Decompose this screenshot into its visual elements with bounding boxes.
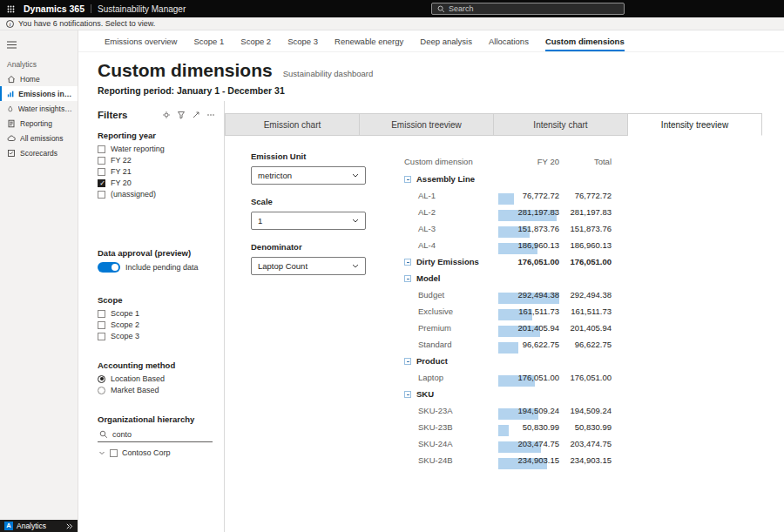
org-hierarchy-search-input[interactable]: conto (98, 428, 213, 442)
collapse-toggle-icon[interactable] (404, 358, 411, 365)
more-icon[interactable] (206, 111, 215, 119)
scale-dropdown[interactable]: 1 (251, 212, 366, 230)
page-subtitle: Sustainability dashboard (283, 69, 374, 78)
tab-emission-treeview[interactable]: Emission treeview (360, 113, 494, 136)
sidebar-item-scorecards[interactable]: Scorecards (0, 145, 78, 160)
filter-section-reporting-year: Reporting year (98, 131, 215, 140)
reporting-period: Reporting period: January 1 - December 3… (98, 85, 784, 96)
matrix-group-row[interactable]: Dirty Emissions 176,051.00 176,051.00 (404, 253, 612, 270)
tab-intensity-chart[interactable]: Intensity chart (494, 113, 628, 136)
matrix-row[interactable]: Standard 96,622.75 96,622.75 (404, 336, 612, 353)
matrix-row[interactable]: SKU-23A 194,509.24 194,509.24 (404, 402, 612, 419)
filter-icon[interactable] (177, 111, 186, 119)
toggle-on-icon[interactable] (98, 262, 120, 273)
checkbox-icon[interactable] (110, 449, 118, 457)
matrix-row[interactable]: AL-2 281,197.83 281,197.83 (404, 204, 612, 220)
checkbox-fy20[interactable]: FY 20 (98, 178, 215, 188)
sidebar-item-water-insights[interactable]: Water insights (previ... (0, 101, 78, 116)
report-controls: Emission Unit metricton Scale 1 (251, 152, 366, 532)
checkbox-icon (98, 191, 105, 199)
matrix-row[interactable]: Premium 201,405.94 201,405.94 (404, 320, 612, 336)
matrix-row[interactable]: SKU-24B 234,903.15 234,903.15 (404, 452, 612, 468)
matrix-group-row[interactable]: Model (404, 270, 612, 286)
report-tab-bar: Emission chart Emission treeview Intensi… (225, 113, 762, 136)
sidebar-item-emissions-insights[interactable]: Emissions insights (0, 86, 78, 101)
matrix-row[interactable]: AL-1 76,772.72 76,772.72 (404, 187, 612, 204)
header-custom-dimension[interactable]: Custom dimension (404, 157, 498, 166)
header-fy20[interactable]: FY 20 (498, 157, 559, 166)
radio-selected-icon (98, 375, 105, 383)
radio-icon (98, 387, 105, 394)
denominator-dropdown[interactable]: Laptop Count (251, 257, 366, 275)
sidebar-item-reporting[interactable]: Reporting (0, 116, 78, 131)
tab-scope-1[interactable]: Scope 1 (193, 30, 224, 51)
scorecard-icon (7, 149, 16, 158)
dashboard-tab-bar: Emissions overview Scope 1 Scope 2 Scope… (78, 30, 784, 52)
denominator-label: Denominator (251, 242, 366, 252)
info-icon: i (6, 20, 14, 28)
data-bar (498, 425, 509, 436)
app-name: Sustainability Manager (98, 4, 186, 14)
radio-location-based[interactable]: Location Based (98, 374, 215, 384)
collapse-toggle-icon[interactable] (404, 259, 411, 266)
sidebar-spacer (0, 160, 78, 520)
tab-scope-2[interactable]: Scope 2 (240, 30, 271, 51)
matrix-row[interactable]: Budget 292,494.38 292,494.38 (404, 286, 612, 303)
checkbox-scope-2[interactable]: Scope 2 (98, 320, 215, 330)
checkbox-scope-1[interactable]: Scope 1 (98, 308, 215, 319)
tab-renewable-energy[interactable]: Renewable energy (335, 30, 403, 51)
matrix-row[interactable]: SKU-23B 50,830.99 50,830.99 (404, 419, 612, 435)
tab-custom-dimensions[interactable]: Custom dimensions (545, 30, 625, 51)
checkbox-fy22[interactable]: FY 22 (98, 155, 215, 165)
gear-icon[interactable] (162, 111, 171, 119)
matrix-row[interactable]: Laptop 176,051.00 176,051.00 (404, 369, 612, 386)
matrix-group-row[interactable]: Product (404, 353, 612, 369)
filters-title: Filters (98, 110, 162, 120)
water-drop-icon (7, 104, 14, 113)
area-initial-tile: A (4, 522, 13, 530)
emission-unit-dropdown[interactable]: metricton (251, 166, 366, 185)
sidebar-item-home[interactable]: Home (0, 71, 78, 86)
tab-intensity-treeview[interactable]: Intensity treeview (628, 113, 762, 136)
checkbox-water-reporting[interactable]: Water reporting (98, 144, 215, 154)
hamburger-menu-icon[interactable] (0, 30, 78, 56)
cloud-icon (7, 134, 16, 143)
filter-section-org-hierarchy: Organizational hierarchy (98, 414, 215, 424)
matrix-row[interactable]: AL-4 186,960.13 186,960.13 (404, 237, 612, 253)
tab-emissions-overview[interactable]: Emissions overview (105, 30, 177, 51)
waffle-menu-icon[interactable] (7, 5, 15, 13)
checkbox-fy21[interactable]: FY 21 (98, 166, 215, 177)
intensity-matrix: Custom dimension FY 20 Total Assembly Li… (404, 152, 612, 532)
checkbox-unassigned[interactable]: (unassigned) (98, 189, 215, 199)
collapse-toggle-icon[interactable] (404, 275, 411, 282)
checkbox-icon (98, 321, 105, 329)
chevron-down-icon[interactable] (98, 449, 105, 456)
tab-allocations[interactable]: Allocations (489, 30, 529, 51)
page-title: Custom dimensions (98, 60, 273, 81)
collapse-toggle-icon[interactable] (404, 176, 411, 183)
area-switcher[interactable]: A Analytics (0, 520, 78, 532)
collapse-toggle-icon[interactable] (404, 391, 411, 398)
scale-label: Scale (251, 197, 366, 206)
tab-scope-3[interactable]: Scope 3 (287, 30, 318, 51)
matrix-row[interactable]: AL-3 151,873.76 151,873.76 (404, 220, 612, 237)
data-bar (498, 342, 518, 354)
matrix-group-row[interactable]: SKU (404, 386, 612, 402)
global-search-input[interactable]: Search (431, 3, 625, 15)
matrix-row[interactable]: SKU-24A 203,474.75 203,474.75 (404, 435, 612, 452)
radio-market-based[interactable]: Market Based (98, 385, 215, 395)
header-total[interactable]: Total (559, 157, 612, 166)
checkbox-icon (98, 333, 105, 340)
expand-icon[interactable] (192, 111, 200, 119)
tab-deep-analysis[interactable]: Deep analysis (420, 30, 472, 51)
sidebar-item-all-emissions[interactable]: All emissions (0, 131, 78, 145)
org-tree-item-contoso[interactable]: Contoso Corp (98, 448, 215, 457)
notification-text: You have 6 notifications. Select to view… (18, 19, 155, 28)
matrix-row[interactable]: Exclusive 161,511.73 161,511.73 (404, 303, 612, 320)
checkbox-scope-3[interactable]: Scope 3 (98, 331, 215, 341)
matrix-group-row[interactable]: Assembly Line (404, 171, 612, 187)
emission-unit-label: Emission Unit (251, 152, 366, 161)
data-bar (498, 193, 514, 205)
notification-bar[interactable]: i You have 6 notifications. Select to vi… (0, 17, 784, 30)
tab-emission-chart[interactable]: Emission chart (225, 113, 360, 136)
